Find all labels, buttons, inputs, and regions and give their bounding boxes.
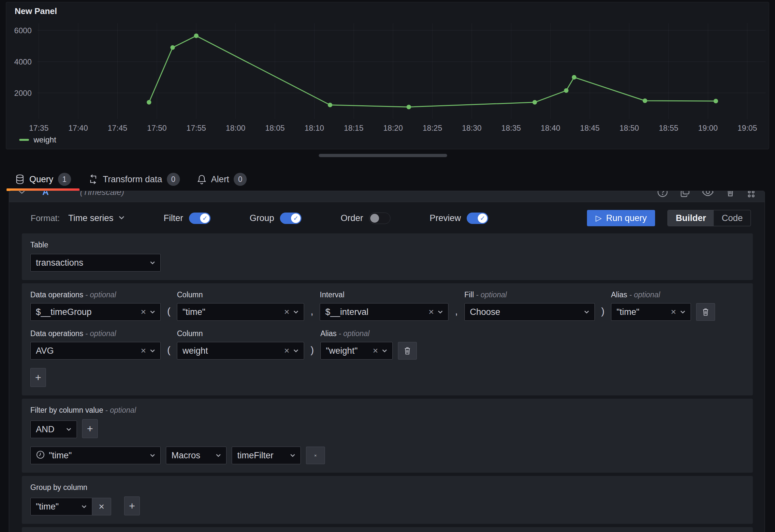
panel-title[interactable]: New Panel [6, 2, 769, 16]
interval-select[interactable]: $__interval × [320, 303, 449, 321]
legend-series-label[interactable]: weight [34, 135, 56, 144]
chevron-down-icon [150, 454, 155, 457]
alias-select[interactable]: "weight" × [320, 342, 393, 360]
clear-icon[interactable]: × [141, 308, 146, 317]
remove-filter-button[interactable]: × [306, 447, 325, 464]
clock-icon [36, 450, 45, 461]
tab-alert[interactable]: Alert 0 [188, 169, 255, 189]
duplicate-icon[interactable] [680, 191, 690, 197]
groupby-section: Group by column "time" × + [22, 476, 753, 524]
filter-section: Filter by column value - optional AND + … [22, 399, 753, 473]
chevron-down-icon [150, 349, 155, 353]
timeseries-chart[interactable]: 17:3517:4017:4517:5017:5518:0018:0518:10… [6, 21, 769, 135]
column-label: Column [177, 291, 304, 299]
svg-text:18:30: 18:30 [462, 123, 482, 132]
query-datasource-name: (Timescale) [80, 191, 124, 197]
editor-tabbar: Query 1 Transform data 0 Alert 0 [7, 169, 255, 189]
filter-field-select[interactable]: "time" [30, 447, 161, 464]
tab-transform-data[interactable]: Transform data 0 [79, 169, 188, 189]
comma: , [454, 306, 459, 321]
chevron-down-icon [216, 454, 221, 457]
svg-text:18:50: 18:50 [620, 123, 639, 132]
chevron-down-icon [66, 428, 71, 431]
svg-text:18:00: 18:00 [226, 123, 245, 132]
remove-select-row-button[interactable] [696, 303, 715, 321]
database-icon [15, 174, 25, 184]
svg-text:18:35: 18:35 [501, 123, 521, 132]
column-select[interactable]: weight × [177, 342, 304, 360]
tab-transform-label: Transform data [103, 174, 162, 184]
chevron-down-icon [293, 349, 298, 353]
mode-code[interactable]: Code [714, 210, 751, 226]
tab-transform-badge: 0 [167, 173, 180, 186]
remove-select-row-button[interactable] [398, 342, 417, 360]
clear-icon[interactable]: × [284, 308, 289, 317]
column-select[interactable]: "time" × [177, 303, 304, 321]
add-filter-button[interactable]: + [82, 419, 98, 438]
group-toggle[interactable]: ✓ [280, 212, 301, 224]
preview-toggle[interactable]: ✓ [467, 212, 488, 224]
clear-icon[interactable]: × [373, 346, 378, 355]
data-operation-select[interactable]: AVG × [30, 342, 161, 360]
select-row-time: Data operations - optional $__timeGroup … [30, 291, 744, 321]
transform-icon [88, 174, 98, 184]
alias-label: Alias - optional [320, 329, 393, 338]
column-label: Column [177, 329, 304, 338]
group-toggle-label: Group [250, 213, 274, 223]
chevron-down-icon[interactable] [18, 191, 25, 194]
fill-label: Fill - optional [465, 291, 595, 299]
comma: , [309, 306, 314, 321]
open-paren: ( [166, 306, 172, 321]
select-section: Data operations - optional $__timeGroup … [22, 283, 753, 395]
open-paren: ( [166, 345, 172, 360]
drag-handle-icon[interactable] [747, 191, 755, 197]
clear-icon[interactable]: × [284, 346, 289, 355]
preview-toggle-label: Preview [430, 213, 461, 223]
remove-groupby-button[interactable]: × [92, 498, 111, 515]
filter-toggle[interactable]: ✓ [189, 212, 210, 224]
query-row-header[interactable]: A (Timescale) [9, 191, 765, 202]
chevron-down-icon [150, 261, 155, 265]
svg-text:17:40: 17:40 [68, 123, 88, 132]
svg-text:6000: 6000 [14, 26, 32, 35]
filter-macro-select[interactable]: timeFilter [232, 447, 301, 464]
order-toggle[interactable] [369, 212, 391, 224]
chevron-down-icon [680, 310, 685, 314]
table-select[interactable]: transactions [30, 254, 161, 272]
play-icon: ▷ [596, 213, 601, 223]
bell-icon [197, 174, 207, 184]
run-query-button[interactable]: ▷ Run query [587, 210, 655, 226]
data-operations-label: Data operations - optional [30, 329, 161, 338]
order-toggle-label: Order [340, 213, 363, 223]
svg-text:18:45: 18:45 [580, 123, 600, 132]
chevron-down-icon[interactable] [119, 215, 124, 221]
clear-icon[interactable]: × [671, 308, 676, 317]
alias-select[interactable]: "time" × [611, 303, 691, 321]
svg-text:17:55: 17:55 [186, 123, 206, 132]
filter-operator-select[interactable]: AND [30, 421, 77, 438]
fill-select[interactable]: Choose [465, 303, 595, 321]
groupby-column-select[interactable]: "time" [30, 498, 92, 515]
clear-icon[interactable]: × [429, 308, 434, 317]
data-operation-select[interactable]: $__timeGroup × [30, 303, 161, 321]
close-paren: ) [600, 306, 606, 321]
trash-icon[interactable] [725, 191, 735, 197]
chevron-down-icon [290, 454, 295, 457]
eye-icon[interactable] [702, 191, 714, 197]
filter-toggle-label: Filter [164, 213, 183, 223]
alias-label: Alias - optional [611, 291, 691, 299]
format-select[interactable]: Time series [68, 213, 114, 223]
add-groupby-button[interactable]: + [124, 496, 140, 515]
help-icon[interactable] [657, 191, 668, 197]
svg-text:18:40: 18:40 [541, 123, 560, 132]
tab-query[interactable]: Query 1 [7, 169, 79, 189]
chevron-down-icon [438, 310, 443, 314]
mode-builder[interactable]: Builder [668, 210, 714, 226]
add-select-row-button[interactable]: + [30, 368, 46, 387]
groupby-label: Group by column [30, 483, 744, 492]
editor-mode-group: Builder Code [667, 210, 751, 226]
filter-section-label: Filter by column value - optional [30, 406, 744, 415]
horizontal-scrollbar[interactable] [319, 154, 447, 157]
clear-icon[interactable]: × [141, 346, 146, 355]
filter-macro-group-select[interactable]: Macros [166, 447, 226, 464]
